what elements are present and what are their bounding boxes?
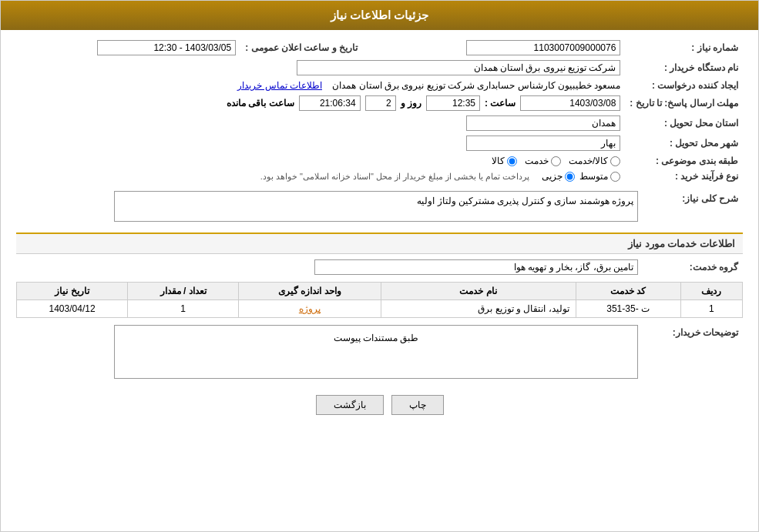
table-row: استان محل تحویل : همدان: [16, 113, 743, 133]
cell-row-num: 1: [680, 300, 742, 318]
footer-buttons: چاپ بازگشت: [16, 386, 743, 427]
table-row: نوع فرآیند خرید : متوسط جزیی پرداخت تمام…: [16, 169, 743, 184]
table-row: شرح کلی نیاز:: [16, 189, 743, 226]
services-section-header: اطلاعات خدمات مورد نیاز: [16, 233, 743, 254]
public-announce-label: تاریخ و ساعت اعلان عمومی :: [240, 38, 362, 58]
province-label: استان محل تحویل :: [625, 113, 743, 133]
radio-khedmat-input[interactable]: [551, 156, 561, 166]
cell-quantity: 1: [128, 300, 239, 318]
need-number-value: 1103007009000076: [466, 40, 620, 55]
table-header-row: ردیف کد خدمت نام خدمت واحد اندازه گیری ت…: [17, 283, 743, 300]
back-button[interactable]: بازگشت: [316, 395, 384, 415]
category-khedmat-label: خدمت: [525, 156, 549, 166]
col-row-num: ردیف: [680, 283, 742, 300]
table-row: توضیحات خریدار: طبق مستندات پیوست: [16, 323, 743, 381]
col-unit: واحد اندازه گیری: [239, 283, 381, 300]
content-area: شماره نیاز : 1103007009000076 تاریخ و سا…: [1, 30, 758, 435]
page-title: جزئیات اطلاعات نیاز: [331, 8, 428, 22]
purchase-jozei-label: جزیی: [542, 171, 563, 182]
city-label: شهر محل تحویل :: [625, 133, 743, 153]
deadline-row: 1403/03/08 ساعت : 12:35 روز و 2 21:06:34…: [21, 95, 620, 111]
table-row: شهر محل تحویل : بهار: [16, 133, 743, 153]
service-group-table: گروه خدمت: تامین برق، گاز، بخار و تهویه …: [16, 257, 743, 277]
header-bar: جزئیات اطلاعات نیاز: [1, 1, 758, 30]
send-day-label: روز و: [401, 98, 421, 109]
service-group-value: تامین برق، گاز، بخار و تهویه هوا: [314, 259, 638, 275]
cell-unit: پروژه: [239, 300, 381, 318]
category-kala-khedmat-label: کالا/خدمت: [569, 156, 608, 166]
cell-service-name: تولید، انتقال و توزیع برق: [381, 300, 576, 318]
col-quantity: تعداد / مقدار: [128, 283, 239, 300]
radio-kala[interactable]: کالا: [492, 156, 517, 166]
page-container: جزئیات اطلاعات نیاز شماره نیاز : 1103007…: [0, 0, 759, 532]
send-day: 2: [365, 95, 396, 111]
send-remaining-label: ساعت باقی مانده: [227, 98, 294, 109]
table-row: نام دستگاه خریدار : شرکت توزیع نیروی برق…: [16, 58, 743, 78]
info-table: شماره نیاز : 1103007009000076 تاریخ و سا…: [16, 38, 743, 184]
table-row: طبقه بندی موضوعی : کالا/خدمت خدمت: [16, 153, 743, 169]
cell-need-date: 1403/04/12: [17, 300, 128, 318]
buyer-notes-value: طبق مستندات پیوست: [119, 330, 633, 343]
buyer-org-value: شرکت توزیع نیروی برق استان همدان: [297, 60, 620, 75]
col-service-code: کد خدمت: [576, 283, 680, 300]
category-kala-label: کالا: [492, 156, 505, 166]
radio-kala-khedmat-input[interactable]: [610, 156, 620, 166]
send-deadline-label: مهلت ارسال پاسخ: تا تاریخ :: [625, 93, 743, 113]
radio-jozei-input[interactable]: [565, 172, 575, 182]
purchase-type-row: متوسط جزیی پرداخت تمام یا بخشی از مبلغ خ…: [21, 171, 620, 182]
radio-khedmat[interactable]: خدمت: [525, 156, 561, 166]
service-group-label: گروه خدمت:: [643, 257, 743, 277]
contact-link[interactable]: اطلاعات تماس خریدار: [237, 80, 322, 91]
print-button[interactable]: چاپ: [391, 395, 444, 415]
cell-service-code: ت -35-351: [576, 300, 680, 318]
purchase-motevaset-label: متوسط: [579, 171, 608, 182]
send-time: 12:35: [426, 95, 480, 111]
radio-motevaset-input[interactable]: [610, 172, 620, 182]
radio-jozei[interactable]: جزیی: [542, 171, 575, 182]
purchase-type-label: نوع فرآیند خرید :: [625, 169, 743, 184]
send-time-label: ساعت :: [485, 98, 516, 109]
buyer-notes-area: طبق مستندات پیوست: [114, 325, 638, 379]
buyer-notes-label: توضیحات خریدار:: [643, 323, 743, 381]
category-group: کالا/خدمت خدمت کالا: [21, 156, 620, 166]
table-row: ایجاد کننده درخواست : مسعود خطیبیون کارش…: [16, 78, 743, 93]
table-row: شماره نیاز : 1103007009000076 تاریخ و سا…: [16, 38, 743, 58]
col-service-name: نام خدمت: [381, 283, 576, 300]
creator-value: مسعود خطیبیون کارشناس حسابداری شرکت توزی…: [332, 80, 620, 91]
radio-motevaset[interactable]: متوسط: [579, 171, 620, 182]
buyer-notes-table: توضیحات خریدار: طبق مستندات پیوست: [16, 323, 743, 381]
need-desc-label: شرح کلی نیاز:: [643, 189, 743, 226]
col-need-date: تاریخ نیاز: [17, 283, 128, 300]
purchase-note: پرداخت تمام یا بخشی از مبلغ خریدار از مح…: [260, 172, 530, 182]
radio-kala-input[interactable]: [507, 156, 517, 166]
creator-label: ایجاد کننده درخواست :: [625, 78, 743, 93]
radio-kala-khedmat[interactable]: کالا/خدمت: [569, 156, 620, 166]
send-remaining: 21:06:34: [299, 95, 361, 111]
table-row: مهلت ارسال پاسخ: تا تاریخ : 1403/03/08 س…: [16, 93, 743, 113]
services-table: ردیف کد خدمت نام خدمت واحد اندازه گیری ت…: [16, 282, 743, 318]
public-announce-value: 1403/03/05 - 12:30: [97, 40, 236, 55]
city-value: بهار: [466, 136, 620, 151]
need-desc-table: شرح کلی نیاز:: [16, 189, 743, 226]
category-label: طبقه بندی موضوعی :: [625, 153, 743, 169]
table-row: 1 ت -35-351 تولید، انتقال و توزیع برق پر…: [17, 300, 743, 318]
buyer-org-label: نام دستگاه خریدار :: [625, 58, 743, 78]
table-row: گروه خدمت: تامین برق، گاز، بخار و تهویه …: [16, 257, 743, 277]
province-value: همدان: [466, 115, 620, 131]
need-number-label: شماره نیاز :: [625, 38, 743, 58]
need-description-textarea[interactable]: [114, 191, 638, 222]
send-date: 1403/03/08: [520, 95, 620, 111]
